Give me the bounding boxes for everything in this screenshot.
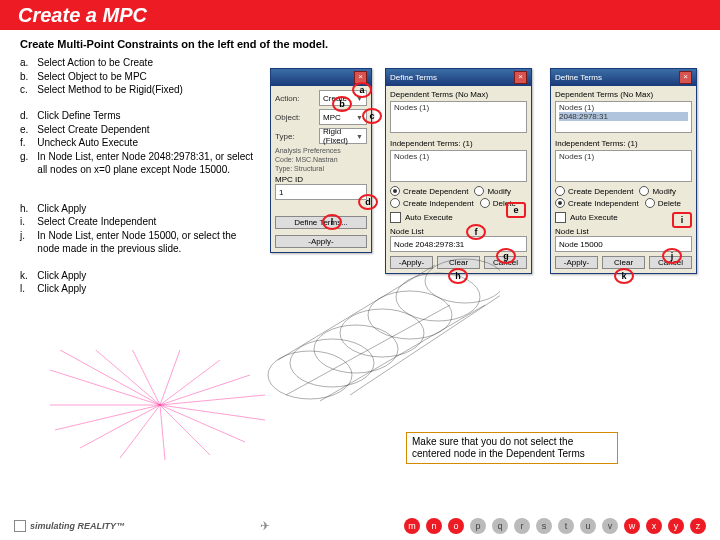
create-dependent-radio[interactable]: Create Dependent — [390, 186, 468, 196]
title-bar: Create a MPC — [0, 0, 720, 30]
svg-point-2 — [314, 325, 398, 373]
apply-indep-button[interactable]: -Apply- — [555, 256, 598, 269]
dep-header: Dependent Terms (No Max) — [555, 90, 692, 99]
indep-list[interactable]: Nodes (1) — [555, 150, 692, 182]
step-letter: l. — [20, 282, 37, 296]
svg-line-22 — [160, 405, 165, 460]
step-letter: j. — [20, 229, 37, 269]
marker-j: j — [662, 248, 682, 264]
marker-e: e — [506, 202, 526, 218]
brand-mark-icon — [14, 520, 26, 532]
nav-circle-u[interactable]: u — [580, 518, 596, 534]
analysis-preferences: Analysis Preferences — [275, 147, 367, 156]
close-icon[interactable]: × — [679, 71, 692, 84]
svg-point-6 — [425, 259, 500, 303]
nav-circle-n[interactable]: n — [426, 518, 442, 534]
svg-line-8 — [286, 305, 450, 395]
marker-b: b — [332, 96, 352, 112]
define-terms-indep-dialog: Define Terms× Dependent Terms (No Max) N… — [550, 68, 697, 274]
analysis-code: Code: MSC.Nastran — [275, 156, 367, 165]
indep-header: Independent Terms: (1) — [390, 139, 527, 148]
svg-line-11 — [50, 370, 160, 405]
marker-k: k — [614, 268, 634, 284]
step-letter: i. — [20, 215, 37, 229]
nav-circle-x[interactable]: x — [646, 518, 662, 534]
modify-radio[interactable]: Modify — [474, 186, 511, 196]
nav-circle-s[interactable]: s — [536, 518, 552, 534]
auto-execute-label: Auto Execute — [570, 213, 618, 222]
constraint-fan — [50, 350, 270, 460]
step-text: Select Create Independent — [37, 215, 260, 229]
nav-circle-v[interactable]: v — [602, 518, 618, 534]
step-text: Click Apply — [37, 202, 260, 216]
delete-radio[interactable]: Delete — [645, 198, 681, 208]
steps-panel: a. b. c. d. e. f. g. h. i. j. k. l. Sele… — [20, 56, 260, 296]
step-letter: b. — [20, 70, 37, 84]
dep-list[interactable]: Nodes (1) 2048:2978:31 — [555, 101, 692, 133]
label-object: Object: — [275, 113, 315, 122]
step-text: Select Create Dependent — [37, 123, 260, 137]
step-text: Click Define Terms — [37, 109, 260, 123]
step-text: In Node List, enter Node 15000, or selec… — [37, 229, 260, 269]
step-text: Uncheck Auto Execute — [37, 136, 260, 150]
brand-text: simulating REALITY™ — [30, 521, 125, 531]
model-wireframe — [260, 215, 500, 425]
modify-radio[interactable]: Modify — [639, 186, 676, 196]
nav-circle-z[interactable]: z — [690, 518, 706, 534]
plane-icon: ✈ — [260, 519, 270, 533]
indep-list[interactable]: Nodes (1) — [390, 150, 527, 182]
mpcid-input[interactable]: 1 — [275, 184, 367, 200]
nav-circle-q[interactable]: q — [492, 518, 508, 534]
step-text: Select Action to be Create — [37, 56, 260, 70]
svg-line-19 — [160, 405, 265, 420]
close-icon[interactable]: × — [514, 71, 527, 84]
page-title: Create a MPC — [18, 4, 147, 27]
create-independent-radio[interactable]: Create Independent — [390, 198, 474, 208]
svg-line-7 — [278, 265, 435, 360]
dep-list[interactable]: Nodes (1) — [390, 101, 527, 133]
svg-line-15 — [160, 350, 180, 405]
step-text: Click Apply — [37, 269, 260, 283]
dialog-title: Define Terms — [555, 73, 602, 82]
analysis-typedef: Type: Structural — [275, 165, 367, 174]
create-dependent-radio[interactable]: Create Dependent — [555, 186, 633, 196]
svg-line-13 — [90, 350, 160, 405]
step-letter: h. — [20, 202, 37, 216]
svg-line-21 — [160, 405, 210, 455]
mpcid-label: MPC ID — [275, 175, 367, 184]
nav-circle-p[interactable]: p — [470, 518, 486, 534]
step-letter: c. — [20, 83, 37, 109]
svg-line-24 — [80, 405, 160, 448]
svg-line-20 — [160, 405, 245, 442]
svg-line-12 — [60, 350, 160, 405]
footer: simulating REALITY™ ✈ mnopqrstuvwxyz — [0, 512, 720, 540]
marker-c: c — [362, 108, 382, 124]
label-action: Action: — [275, 94, 315, 103]
footer-nav: mnopqrstuvwxyz — [404, 518, 706, 534]
nav-circle-r[interactable]: r — [514, 518, 530, 534]
step-letter: k. — [20, 269, 37, 283]
indep-header: Independent Terms: (1) — [555, 139, 692, 148]
step-letter: e. — [20, 123, 37, 137]
nav-circle-w[interactable]: w — [624, 518, 640, 534]
type-select[interactable]: Rigid (Fixed)▼ — [319, 128, 367, 144]
auto-execute-checkbox[interactable] — [555, 212, 566, 223]
page-subtitle: Create Multi-Point Constraints on the le… — [20, 38, 700, 50]
step-letter: f. — [20, 136, 37, 150]
step-text: Click Apply — [37, 282, 260, 296]
svg-line-16 — [160, 360, 220, 405]
label-type: Type: — [275, 132, 315, 141]
nav-circle-o[interactable]: o — [448, 518, 464, 534]
nav-circle-t[interactable]: t — [558, 518, 574, 534]
step-text: In Node List, enter Node 2048:2978:31, o… — [37, 150, 260, 202]
marker-d: d — [358, 194, 378, 210]
dialog-title: Define Terms — [390, 73, 437, 82]
step-letter: g. — [20, 150, 37, 202]
svg-point-1 — [290, 339, 374, 387]
step-letter: d. — [20, 109, 37, 123]
create-independent-radio[interactable]: Create Independent — [555, 198, 639, 208]
note-box: Make sure that you do not select the cen… — [406, 432, 618, 464]
nav-circle-m[interactable]: m — [404, 518, 420, 534]
nav-circle-y[interactable]: y — [668, 518, 684, 534]
step-letter: a. — [20, 56, 37, 70]
